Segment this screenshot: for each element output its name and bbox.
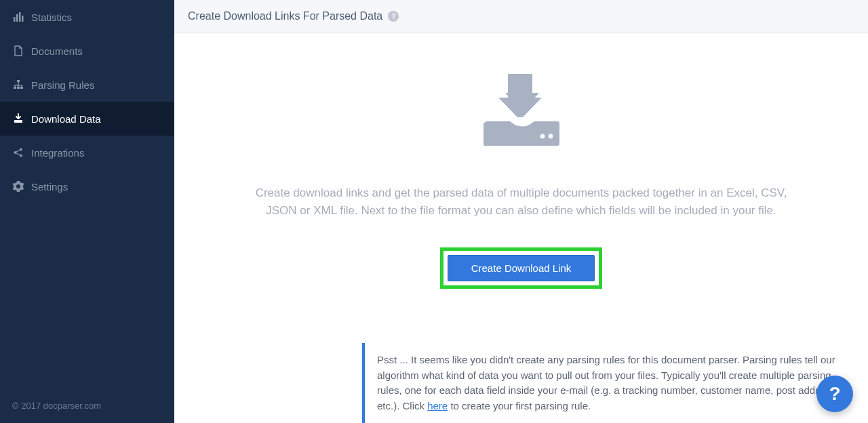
bar-chart-icon: [12, 12, 24, 22]
gear-icon: [12, 181, 24, 192]
download-hero-icon: [479, 74, 564, 150]
page-header: Create Download Links For Parsed Data ?: [174, 0, 868, 33]
svg-rect-10: [14, 85, 15, 87]
svg-point-27: [549, 134, 553, 139]
svg-rect-13: [14, 120, 22, 123]
cta-highlight-box: Create Download Link: [440, 247, 603, 289]
svg-rect-12: [21, 85, 22, 87]
sidebar-item-statistics[interactable]: Statistics: [0, 0, 174, 34]
sidebar-item-label: Parsing Rules: [31, 79, 94, 91]
svg-point-26: [540, 134, 545, 139]
sidebar-item-documents[interactable]: Documents: [0, 34, 174, 68]
sidebar-item-label: Integrations: [31, 147, 84, 159]
sitemap-icon: [12, 79, 24, 90]
svg-point-16: [20, 155, 22, 157]
svg-rect-7: [20, 87, 23, 89]
sidebar-item-label: Settings: [31, 181, 68, 193]
svg-rect-1: [16, 14, 18, 22]
sidebar: Statistics Documents Parsing Rules Downl…: [0, 0, 174, 423]
sidebar-item-download-data[interactable]: Download Data: [0, 102, 174, 136]
svg-rect-6: [17, 87, 20, 89]
help-fab-label: ?: [829, 383, 840, 405]
share-icon: [12, 147, 24, 158]
svg-rect-2: [19, 12, 21, 22]
svg-marker-24: [505, 93, 539, 111]
info-alert: Psst ... It seems like you didn't create…: [362, 343, 854, 423]
svg-rect-0: [14, 17, 16, 22]
svg-rect-3: [22, 16, 24, 22]
svg-rect-23: [515, 75, 529, 96]
sidebar-item-label: Documents: [31, 45, 83, 57]
help-icon[interactable]: ?: [388, 11, 399, 22]
help-fab-button[interactable]: ?: [816, 376, 853, 412]
download-icon: [12, 113, 24, 124]
document-icon: [12, 45, 24, 56]
create-download-link-button[interactable]: Create Download Link: [448, 255, 595, 281]
sidebar-footer: © 2017 docparser.com: [0, 388, 174, 423]
svg-rect-4: [17, 80, 20, 82]
main: Create Download Links For Parsed Data ?: [174, 0, 868, 423]
alert-text-after: to create your first parsing rule.: [448, 400, 591, 411]
svg-rect-8: [18, 82, 18, 85]
sidebar-item-integrations[interactable]: Integrations: [0, 136, 174, 169]
sidebar-item-settings[interactable]: Settings: [0, 169, 174, 203]
alert-link-here[interactable]: here: [427, 400, 448, 411]
page-title: Create Download Links For Parsed Data: [188, 10, 382, 22]
svg-rect-11: [18, 85, 18, 87]
hero-description: Create download links and get the parsed…: [243, 184, 800, 220]
sidebar-item-label: Download Data: [31, 113, 101, 125]
sidebar-item-label: Statistics: [31, 12, 72, 23]
svg-rect-5: [14, 87, 16, 89]
sidebar-item-parsing-rules[interactable]: Parsing Rules: [0, 68, 174, 102]
svg-point-15: [20, 148, 22, 151]
